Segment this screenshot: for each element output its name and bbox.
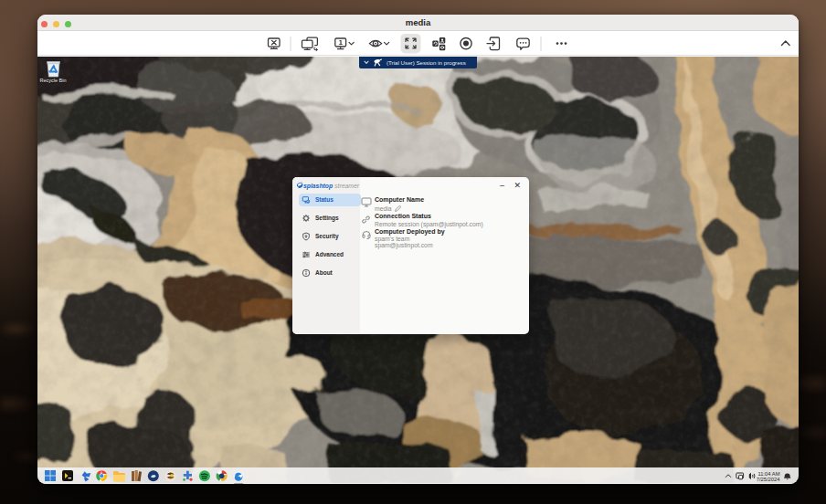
svg-text:7/25/2024: 7/25/2024 xyxy=(757,477,781,482)
svg-text:11:04 AM: 11:04 AM xyxy=(757,470,779,476)
svg-text:1: 1 xyxy=(338,38,343,47)
